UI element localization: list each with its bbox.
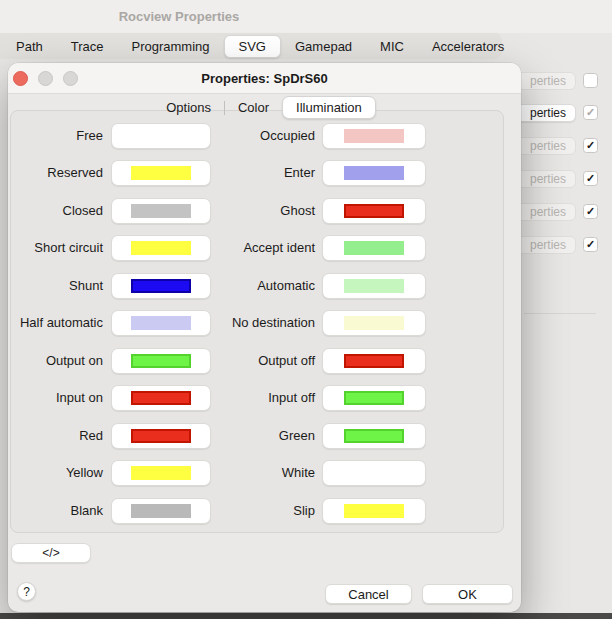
cancel-button[interactable]: Cancel [325, 584, 412, 604]
color-swatch-white [344, 466, 404, 480]
color-button-green[interactable] [322, 423, 426, 449]
color-button-occupied[interactable] [322, 123, 426, 149]
color-button-enter[interactable] [322, 160, 426, 186]
tab-mic[interactable]: MIC [366, 36, 418, 57]
color-button-reserved[interactable] [111, 160, 211, 186]
tab-svg[interactable]: SVG [224, 35, 281, 58]
color-swatch-short-circuit [131, 241, 191, 255]
color-button-ghost[interactable] [322, 198, 426, 224]
label-input-off: Input off [216, 385, 315, 411]
label-green: Green [216, 423, 315, 449]
color-button-slip[interactable] [322, 498, 426, 524]
color-button-shunt[interactable] [111, 273, 211, 299]
label-no-destination: No destination [216, 310, 315, 336]
background-window-title: Rocview Properties [119, 9, 240, 24]
color-button-input-off[interactable] [322, 385, 426, 411]
color-swatch-enter [344, 166, 404, 180]
help-button[interactable]: ? [17, 582, 36, 601]
label-yellow: Yellow [8, 460, 103, 486]
label-reserved: Reserved [8, 160, 103, 186]
label-half-automatic: Half automatic [8, 310, 103, 336]
color-button-accept-ident[interactable] [322, 235, 426, 261]
tab-path[interactable]: Path [2, 36, 57, 57]
color-button-output-off[interactable] [322, 348, 426, 374]
color-swatch-yellow [131, 466, 191, 480]
label-ghost: Ghost [216, 198, 315, 224]
side-checkbox[interactable]: ✓ [583, 237, 598, 252]
label-input-on: Input on [8, 385, 103, 411]
color-swatch-free [131, 129, 191, 143]
color-button-free[interactable] [111, 123, 211, 149]
background-window-tabbar: PathTraceProgrammingSVGGamepadMICAcceler… [0, 33, 502, 59]
side-checkbox[interactable] [583, 73, 598, 88]
label-automatic: Automatic [216, 273, 315, 299]
color-button-closed[interactable] [111, 198, 211, 224]
side-checkbox[interactable]: ✓ [583, 204, 598, 219]
label-occupied: Occupied [216, 123, 315, 149]
color-swatch-output-on [131, 354, 191, 368]
color-swatch-half-automatic [131, 316, 191, 330]
color-swatch-input-on [131, 391, 191, 405]
label-short-circuit: Short circuit [8, 235, 103, 261]
dialog-title: Properties: SpDrS60 [8, 71, 521, 86]
dialog-titlebar: Properties: SpDrS60 [8, 63, 521, 94]
color-swatch-automatic [344, 279, 404, 293]
color-button-blank[interactable] [111, 498, 211, 524]
color-button-short-circuit[interactable] [111, 235, 211, 261]
color-button-yellow[interactable] [111, 460, 211, 486]
properties-dialog: Properties: SpDrS60 OptionsColorIllumina… [8, 63, 521, 612]
color-button-red[interactable] [111, 423, 211, 449]
color-button-white[interactable] [322, 460, 426, 486]
label-output-on: Output on [8, 348, 103, 374]
tab-gamepad[interactable]: Gamepad [281, 36, 366, 57]
label-output-off: Output off [216, 348, 315, 374]
color-swatch-ghost [344, 204, 404, 218]
dialog-tab-color[interactable]: Color [225, 97, 282, 118]
dialog-tab-illumination[interactable]: Illumination [282, 96, 376, 119]
dialog-tabbar: OptionsColorIllumination [8, 96, 521, 119]
color-swatch-input-off [344, 391, 404, 405]
side-divider [524, 313, 596, 314]
color-button-output-on[interactable] [111, 348, 211, 374]
label-slip: Slip [216, 498, 315, 524]
color-swatch-occupied [344, 129, 404, 143]
color-swatch-reserved [131, 166, 191, 180]
ok-button[interactable]: OK [422, 584, 513, 604]
color-swatch-green [344, 429, 404, 443]
color-button-automatic[interactable] [322, 273, 426, 299]
color-swatch-red [131, 429, 191, 443]
color-swatch-slip [344, 504, 404, 518]
color-swatch-output-off [344, 354, 404, 368]
color-swatch-no-destination [344, 316, 404, 330]
color-swatch-accept-ident [344, 241, 404, 255]
tab-programming[interactable]: Programming [118, 36, 224, 57]
color-button-no-destination[interactable] [322, 310, 426, 336]
dialog-tab-options[interactable]: Options [153, 97, 224, 118]
color-swatch-blank [131, 504, 191, 518]
label-free: Free [8, 123, 103, 149]
label-white: White [216, 460, 315, 486]
color-button-half-automatic[interactable] [111, 310, 211, 336]
side-checkbox[interactable]: ✓ [583, 138, 598, 153]
label-red: Red [8, 423, 103, 449]
background-window-titlebar: Rocview Properties [0, 0, 612, 33]
side-checkbox[interactable]: ✓ [583, 105, 598, 120]
label-blank: Blank [8, 498, 103, 524]
label-closed: Closed [8, 198, 103, 224]
code-button[interactable]: </> [11, 543, 91, 563]
color-swatch-shunt [131, 279, 191, 293]
label-accept-ident: Accept ident [216, 235, 315, 261]
color-button-input-on[interactable] [111, 385, 211, 411]
color-swatch-closed [131, 204, 191, 218]
tab-trace[interactable]: Trace [57, 36, 118, 57]
tab-accelerators[interactable]: Accelerators [418, 36, 518, 57]
bottom-edge-strip [0, 613, 612, 619]
label-shunt: Shunt [8, 273, 103, 299]
label-enter: Enter [216, 160, 315, 186]
side-checkbox[interactable]: ✓ [583, 171, 598, 186]
